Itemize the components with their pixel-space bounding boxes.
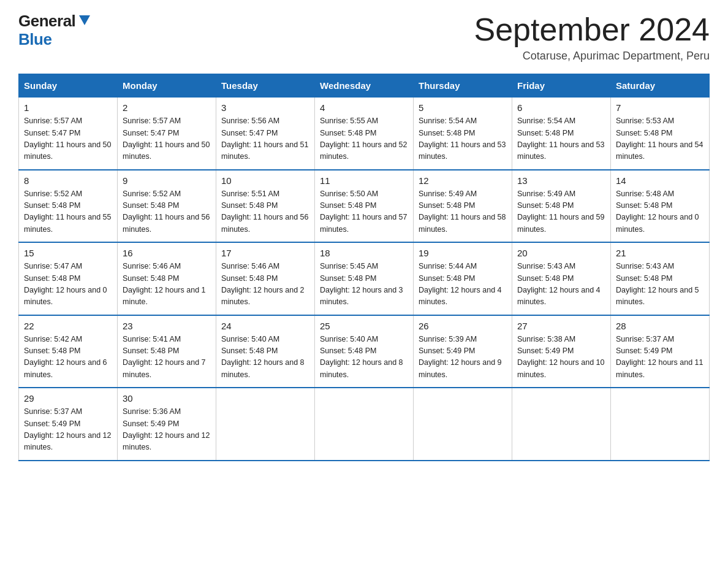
day-number: 5 bbox=[419, 102, 507, 113]
calendar-cell bbox=[315, 388, 414, 461]
calendar-cell: 16Sunrise: 5:46 AMSunset: 5:48 PMDayligh… bbox=[118, 242, 216, 315]
calendar-cell: 19Sunrise: 5:44 AMSunset: 5:48 PMDayligh… bbox=[414, 242, 512, 315]
day-info: Sunrise: 5:55 AMSunset: 5:48 PMDaylight:… bbox=[320, 117, 407, 161]
day-number: 22 bbox=[24, 321, 112, 331]
calendar-week-row: 8Sunrise: 5:52 AMSunset: 5:48 PMDaylight… bbox=[19, 170, 710, 243]
day-number: 23 bbox=[123, 321, 211, 331]
day-number: 9 bbox=[123, 175, 211, 186]
day-number: 21 bbox=[616, 248, 704, 258]
calendar-cell: 30Sunrise: 5:36 AMSunset: 5:49 PMDayligh… bbox=[118, 388, 216, 461]
calendar-cell: 4Sunrise: 5:55 AMSunset: 5:48 PMDaylight… bbox=[315, 98, 414, 170]
day-number: 15 bbox=[24, 248, 112, 258]
day-info: Sunrise: 5:56 AMSunset: 5:47 PMDaylight:… bbox=[221, 117, 308, 161]
day-number: 27 bbox=[517, 321, 605, 331]
calendar-cell: 18Sunrise: 5:45 AMSunset: 5:48 PMDayligh… bbox=[315, 242, 414, 315]
day-info: Sunrise: 5:38 AMSunset: 5:49 PMDaylight:… bbox=[517, 335, 604, 379]
day-info: Sunrise: 5:40 AMSunset: 5:48 PMDaylight:… bbox=[221, 335, 305, 379]
title-block: September 2024 Cotaruse, Apurimac Depart… bbox=[474, 12, 710, 63]
calendar-cell: 6Sunrise: 5:54 AMSunset: 5:48 PMDaylight… bbox=[512, 98, 611, 170]
calendar-cell: 29Sunrise: 5:37 AMSunset: 5:49 PMDayligh… bbox=[19, 388, 118, 461]
calendar-cell: 25Sunrise: 5:40 AMSunset: 5:48 PMDayligh… bbox=[315, 315, 414, 388]
calendar-cell: 3Sunrise: 5:56 AMSunset: 5:47 PMDaylight… bbox=[216, 98, 315, 170]
day-info: Sunrise: 5:47 AMSunset: 5:48 PMDaylight:… bbox=[24, 262, 107, 306]
calendar-week-row: 15Sunrise: 5:47 AMSunset: 5:48 PMDayligh… bbox=[19, 242, 710, 315]
day-number: 16 bbox=[123, 248, 211, 258]
calendar-cell: 14Sunrise: 5:48 AMSunset: 5:48 PMDayligh… bbox=[611, 170, 710, 243]
day-number: 3 bbox=[221, 102, 309, 113]
day-info: Sunrise: 5:48 AMSunset: 5:48 PMDaylight:… bbox=[616, 190, 699, 234]
day-info: Sunrise: 5:52 AMSunset: 5:48 PMDaylight:… bbox=[123, 190, 210, 234]
day-info: Sunrise: 5:43 AMSunset: 5:48 PMDaylight:… bbox=[517, 262, 601, 306]
calendar-cell bbox=[414, 388, 512, 461]
calendar-cell: 9Sunrise: 5:52 AMSunset: 5:48 PMDaylight… bbox=[118, 170, 216, 243]
calendar-cell: 17Sunrise: 5:46 AMSunset: 5:48 PMDayligh… bbox=[216, 242, 315, 315]
calendar-cell bbox=[512, 388, 611, 461]
day-info: Sunrise: 5:39 AMSunset: 5:49 PMDaylight:… bbox=[419, 335, 502, 379]
logo-triangle-icon bbox=[78, 13, 91, 26]
day-info: Sunrise: 5:50 AMSunset: 5:48 PMDaylight:… bbox=[320, 190, 407, 234]
calendar-cell: 21Sunrise: 5:43 AMSunset: 5:48 PMDayligh… bbox=[611, 242, 710, 315]
header-sunday: Sunday bbox=[19, 74, 118, 98]
header-monday: Monday bbox=[118, 74, 216, 98]
day-info: Sunrise: 5:45 AMSunset: 5:48 PMDaylight:… bbox=[320, 262, 403, 306]
calendar-cell: 7Sunrise: 5:53 AMSunset: 5:48 PMDaylight… bbox=[611, 98, 710, 170]
day-number: 26 bbox=[419, 321, 507, 331]
day-info: Sunrise: 5:37 AMSunset: 5:49 PMDaylight:… bbox=[616, 335, 703, 379]
day-info: Sunrise: 5:37 AMSunset: 5:49 PMDaylight:… bbox=[24, 407, 111, 451]
day-number: 28 bbox=[616, 321, 704, 331]
day-number: 4 bbox=[320, 102, 408, 113]
day-info: Sunrise: 5:49 AMSunset: 5:48 PMDaylight:… bbox=[517, 190, 604, 234]
header-tuesday: Tuesday bbox=[216, 74, 315, 98]
day-number: 6 bbox=[517, 102, 605, 113]
day-info: Sunrise: 5:52 AMSunset: 5:48 PMDaylight:… bbox=[24, 190, 111, 234]
calendar-cell: 2Sunrise: 5:57 AMSunset: 5:47 PMDaylight… bbox=[118, 98, 216, 170]
day-number: 7 bbox=[616, 102, 704, 113]
calendar-cell: 15Sunrise: 5:47 AMSunset: 5:48 PMDayligh… bbox=[19, 242, 118, 315]
day-number: 25 bbox=[320, 321, 408, 331]
day-info: Sunrise: 5:51 AMSunset: 5:48 PMDaylight:… bbox=[221, 190, 308, 234]
calendar-week-row: 29Sunrise: 5:37 AMSunset: 5:49 PMDayligh… bbox=[19, 388, 710, 461]
day-number: 10 bbox=[221, 175, 309, 186]
day-info: Sunrise: 5:54 AMSunset: 5:48 PMDaylight:… bbox=[517, 117, 604, 161]
day-number: 12 bbox=[419, 175, 507, 186]
calendar-cell bbox=[216, 388, 315, 461]
day-number: 11 bbox=[320, 175, 408, 186]
day-info: Sunrise: 5:53 AMSunset: 5:48 PMDaylight:… bbox=[616, 117, 703, 161]
calendar-cell: 11Sunrise: 5:50 AMSunset: 5:48 PMDayligh… bbox=[315, 170, 414, 243]
page-header: General Blue September 2024 Cotaruse, Ap… bbox=[18, 12, 710, 63]
calendar-cell bbox=[611, 388, 710, 461]
day-number: 13 bbox=[517, 175, 605, 186]
day-info: Sunrise: 5:46 AMSunset: 5:48 PMDaylight:… bbox=[221, 262, 305, 306]
day-info: Sunrise: 5:41 AMSunset: 5:48 PMDaylight:… bbox=[123, 335, 206, 379]
day-number: 20 bbox=[517, 248, 605, 258]
location: Cotaruse, Apurimac Department, Peru bbox=[474, 50, 710, 63]
day-number: 17 bbox=[221, 248, 309, 258]
header-thursday: Thursday bbox=[414, 74, 512, 98]
day-info: Sunrise: 5:43 AMSunset: 5:48 PMDaylight:… bbox=[616, 262, 699, 306]
day-info: Sunrise: 5:44 AMSunset: 5:48 PMDaylight:… bbox=[419, 262, 502, 306]
header-wednesday: Wednesday bbox=[315, 74, 414, 98]
day-number: 14 bbox=[616, 175, 704, 186]
calendar-week-row: 22Sunrise: 5:42 AMSunset: 5:48 PMDayligh… bbox=[19, 315, 710, 388]
calendar-cell: 26Sunrise: 5:39 AMSunset: 5:49 PMDayligh… bbox=[414, 315, 512, 388]
day-number: 19 bbox=[419, 248, 507, 258]
logo-blue-text: Blue bbox=[18, 30, 51, 49]
day-number: 30 bbox=[123, 393, 211, 404]
day-info: Sunrise: 5:49 AMSunset: 5:48 PMDaylight:… bbox=[419, 190, 506, 234]
logo-general-text: General bbox=[18, 12, 75, 30]
calendar-cell: 1Sunrise: 5:57 AMSunset: 5:47 PMDaylight… bbox=[19, 98, 118, 170]
header-saturday: Saturday bbox=[611, 74, 710, 98]
calendar-cell: 24Sunrise: 5:40 AMSunset: 5:48 PMDayligh… bbox=[216, 315, 315, 388]
day-number: 8 bbox=[24, 175, 112, 186]
calendar-cell: 13Sunrise: 5:49 AMSunset: 5:48 PMDayligh… bbox=[512, 170, 611, 243]
header-friday: Friday bbox=[512, 74, 611, 98]
calendar-table: SundayMondayTuesdayWednesdayThursdayFrid… bbox=[18, 74, 710, 461]
day-info: Sunrise: 5:57 AMSunset: 5:47 PMDaylight:… bbox=[24, 117, 111, 161]
day-info: Sunrise: 5:40 AMSunset: 5:48 PMDaylight:… bbox=[320, 335, 403, 379]
calendar-week-row: 1Sunrise: 5:57 AMSunset: 5:47 PMDaylight… bbox=[19, 98, 710, 170]
calendar-cell: 28Sunrise: 5:37 AMSunset: 5:49 PMDayligh… bbox=[611, 315, 710, 388]
day-number: 24 bbox=[221, 321, 309, 331]
day-info: Sunrise: 5:46 AMSunset: 5:48 PMDaylight:… bbox=[123, 262, 206, 306]
day-number: 2 bbox=[123, 102, 211, 113]
calendar-cell: 5Sunrise: 5:54 AMSunset: 5:48 PMDaylight… bbox=[414, 98, 512, 170]
